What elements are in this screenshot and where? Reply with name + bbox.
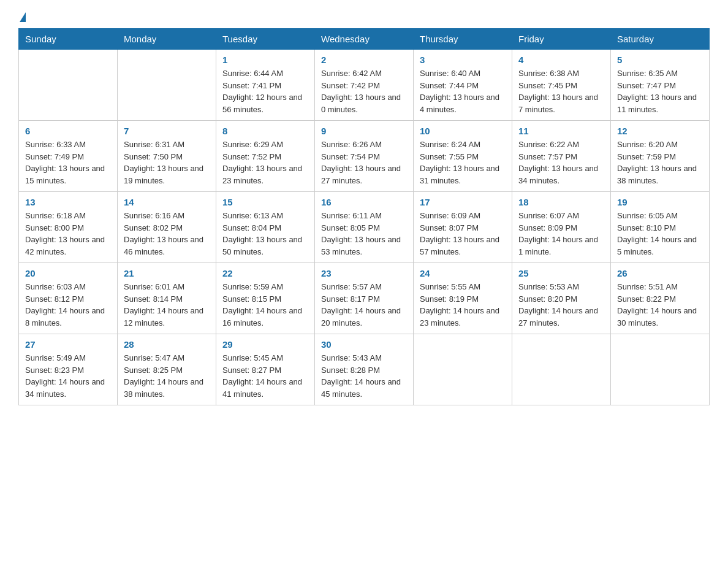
day-info: Sunrise: 5:49 AMSunset: 8:23 PMDaylight:… xyxy=(25,352,111,400)
day-number: 6 xyxy=(25,126,111,136)
calendar-cell xyxy=(512,334,611,405)
day-info: Sunrise: 6:38 AMSunset: 7:45 PMDaylight:… xyxy=(518,67,604,115)
day-number: 8 xyxy=(222,126,308,136)
day-number: 13 xyxy=(25,197,111,207)
day-number: 3 xyxy=(420,55,506,65)
calendar-cell: 11Sunrise: 6:22 AMSunset: 7:57 PMDayligh… xyxy=(512,121,611,192)
calendar-cell: 29Sunrise: 5:45 AMSunset: 8:27 PMDayligh… xyxy=(216,334,315,405)
day-number: 10 xyxy=(420,126,506,136)
calendar-cell: 18Sunrise: 6:07 AMSunset: 8:09 PMDayligh… xyxy=(512,192,611,263)
calendar-cell xyxy=(118,50,216,121)
day-info: Sunrise: 6:35 AMSunset: 7:47 PMDaylight:… xyxy=(617,67,703,115)
page-header xyxy=(18,12,710,17)
calendar-week-3: 13Sunrise: 6:18 AMSunset: 8:00 PMDayligh… xyxy=(19,192,710,263)
day-number: 7 xyxy=(124,126,210,136)
calendar-cell: 24Sunrise: 5:55 AMSunset: 8:19 PMDayligh… xyxy=(414,263,512,334)
calendar-week-4: 20Sunrise: 6:03 AMSunset: 8:12 PMDayligh… xyxy=(19,263,710,334)
calendar-cell: 28Sunrise: 5:47 AMSunset: 8:25 PMDayligh… xyxy=(118,334,216,405)
day-info: Sunrise: 5:57 AMSunset: 8:17 PMDaylight:… xyxy=(321,281,407,329)
day-info: Sunrise: 6:22 AMSunset: 7:57 PMDaylight:… xyxy=(518,139,604,186)
day-info: Sunrise: 6:24 AMSunset: 7:55 PMDaylight:… xyxy=(420,139,506,186)
day-info: Sunrise: 6:13 AMSunset: 8:04 PMDaylight:… xyxy=(222,210,308,258)
calendar-cell: 6Sunrise: 6:33 AMSunset: 7:49 PMDaylight… xyxy=(19,121,118,192)
weekday-header-thursday: Thursday xyxy=(414,29,512,50)
calendar-cell: 5Sunrise: 6:35 AMSunset: 7:47 PMDaylight… xyxy=(611,50,710,121)
calendar-cell: 1Sunrise: 6:44 AMSunset: 7:41 PMDaylight… xyxy=(216,50,315,121)
calendar-cell: 21Sunrise: 6:01 AMSunset: 8:14 PMDayligh… xyxy=(118,263,216,334)
day-number: 26 xyxy=(617,268,703,278)
day-number: 24 xyxy=(420,268,506,278)
calendar-cell: 9Sunrise: 6:26 AMSunset: 7:54 PMDaylight… xyxy=(315,121,414,192)
day-info: Sunrise: 6:03 AMSunset: 8:12 PMDaylight:… xyxy=(25,281,111,329)
weekday-header-friday: Friday xyxy=(512,29,611,50)
day-info: Sunrise: 5:47 AMSunset: 8:25 PMDaylight:… xyxy=(124,352,210,400)
logo xyxy=(18,12,26,17)
calendar-cell: 7Sunrise: 6:31 AMSunset: 7:50 PMDaylight… xyxy=(118,121,216,192)
day-info: Sunrise: 6:07 AMSunset: 8:09 PMDaylight:… xyxy=(518,210,604,258)
day-info: Sunrise: 6:42 AMSunset: 7:42 PMDaylight:… xyxy=(321,67,407,115)
calendar-cell: 30Sunrise: 5:43 AMSunset: 8:28 PMDayligh… xyxy=(315,334,414,405)
day-number: 27 xyxy=(25,339,111,350)
day-number: 2 xyxy=(321,55,407,65)
day-number: 5 xyxy=(617,55,703,65)
day-number: 23 xyxy=(321,268,407,278)
day-info: Sunrise: 6:26 AMSunset: 7:54 PMDaylight:… xyxy=(321,139,407,186)
day-number: 20 xyxy=(25,268,111,278)
calendar-cell: 10Sunrise: 6:24 AMSunset: 7:55 PMDayligh… xyxy=(414,121,512,192)
calendar-cell: 15Sunrise: 6:13 AMSunset: 8:04 PMDayligh… xyxy=(216,192,315,263)
calendar-cell xyxy=(19,50,118,121)
weekday-header-tuesday: Tuesday xyxy=(216,29,315,50)
calendar-cell xyxy=(611,334,710,405)
day-number: 19 xyxy=(617,197,703,207)
day-number: 30 xyxy=(321,339,407,350)
calendar-cell: 27Sunrise: 5:49 AMSunset: 8:23 PMDayligh… xyxy=(19,334,118,405)
calendar-cell: 19Sunrise: 6:05 AMSunset: 8:10 PMDayligh… xyxy=(611,192,710,263)
day-number: 15 xyxy=(222,197,308,207)
calendar-cell: 2Sunrise: 6:42 AMSunset: 7:42 PMDaylight… xyxy=(315,50,414,121)
calendar-cell: 4Sunrise: 6:38 AMSunset: 7:45 PMDaylight… xyxy=(512,50,611,121)
day-info: Sunrise: 5:59 AMSunset: 8:15 PMDaylight:… xyxy=(222,281,308,329)
calendar-cell: 3Sunrise: 6:40 AMSunset: 7:44 PMDaylight… xyxy=(414,50,512,121)
day-info: Sunrise: 6:33 AMSunset: 7:49 PMDaylight:… xyxy=(25,139,111,186)
day-number: 16 xyxy=(321,197,407,207)
logo-triangle-icon xyxy=(20,12,26,22)
calendar-week-5: 27Sunrise: 5:49 AMSunset: 8:23 PMDayligh… xyxy=(19,334,710,405)
calendar-cell xyxy=(414,334,512,405)
day-info: Sunrise: 6:18 AMSunset: 8:00 PMDaylight:… xyxy=(25,210,111,258)
day-info: Sunrise: 6:40 AMSunset: 7:44 PMDaylight:… xyxy=(420,67,506,115)
day-number: 29 xyxy=(222,339,308,350)
calendar-header-row: SundayMondayTuesdayWednesdayThursdayFrid… xyxy=(19,29,710,50)
calendar-table: SundayMondayTuesdayWednesdayThursdayFrid… xyxy=(18,28,710,405)
calendar-cell: 25Sunrise: 5:53 AMSunset: 8:20 PMDayligh… xyxy=(512,263,611,334)
day-info: Sunrise: 5:53 AMSunset: 8:20 PMDaylight:… xyxy=(518,281,604,329)
day-number: 17 xyxy=(420,197,506,207)
day-number: 1 xyxy=(222,55,308,65)
calendar-cell: 16Sunrise: 6:11 AMSunset: 8:05 PMDayligh… xyxy=(315,192,414,263)
day-number: 18 xyxy=(518,197,604,207)
day-number: 12 xyxy=(617,126,703,136)
day-number: 11 xyxy=(518,126,604,136)
calendar-cell: 22Sunrise: 5:59 AMSunset: 8:15 PMDayligh… xyxy=(216,263,315,334)
day-number: 21 xyxy=(124,268,210,278)
day-info: Sunrise: 5:43 AMSunset: 8:28 PMDaylight:… xyxy=(321,352,407,400)
calendar-cell: 8Sunrise: 6:29 AMSunset: 7:52 PMDaylight… xyxy=(216,121,315,192)
day-number: 28 xyxy=(124,339,210,350)
calendar-cell: 17Sunrise: 6:09 AMSunset: 8:07 PMDayligh… xyxy=(414,192,512,263)
weekday-header-saturday: Saturday xyxy=(611,29,710,50)
day-info: Sunrise: 6:20 AMSunset: 7:59 PMDaylight:… xyxy=(617,139,703,186)
weekday-header-wednesday: Wednesday xyxy=(315,29,414,50)
calendar-cell: 20Sunrise: 6:03 AMSunset: 8:12 PMDayligh… xyxy=(19,263,118,334)
day-info: Sunrise: 5:55 AMSunset: 8:19 PMDaylight:… xyxy=(420,281,506,329)
day-number: 22 xyxy=(222,268,308,278)
calendar-cell: 26Sunrise: 5:51 AMSunset: 8:22 PMDayligh… xyxy=(611,263,710,334)
calendar-cell: 14Sunrise: 6:16 AMSunset: 8:02 PMDayligh… xyxy=(118,192,216,263)
weekday-header-monday: Monday xyxy=(118,29,216,50)
day-info: Sunrise: 6:29 AMSunset: 7:52 PMDaylight:… xyxy=(222,139,308,186)
day-info: Sunrise: 6:11 AMSunset: 8:05 PMDaylight:… xyxy=(321,210,407,258)
day-number: 9 xyxy=(321,126,407,136)
calendar-week-1: 1Sunrise: 6:44 AMSunset: 7:41 PMDaylight… xyxy=(19,50,710,121)
day-info: Sunrise: 6:44 AMSunset: 7:41 PMDaylight:… xyxy=(222,67,308,115)
calendar-cell: 12Sunrise: 6:20 AMSunset: 7:59 PMDayligh… xyxy=(611,121,710,192)
weekday-header-sunday: Sunday xyxy=(19,29,118,50)
day-info: Sunrise: 6:05 AMSunset: 8:10 PMDaylight:… xyxy=(617,210,703,258)
